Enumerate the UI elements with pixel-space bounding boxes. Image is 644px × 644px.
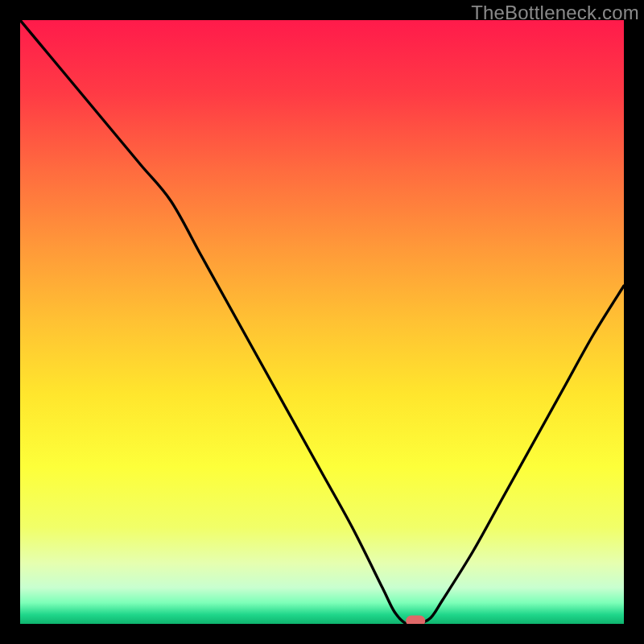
chart-frame: TheBottleneck.com <box>0 0 644 644</box>
gradient-backdrop <box>20 20 624 624</box>
optimal-marker <box>406 616 425 625</box>
bottleneck-chart <box>20 20 624 624</box>
